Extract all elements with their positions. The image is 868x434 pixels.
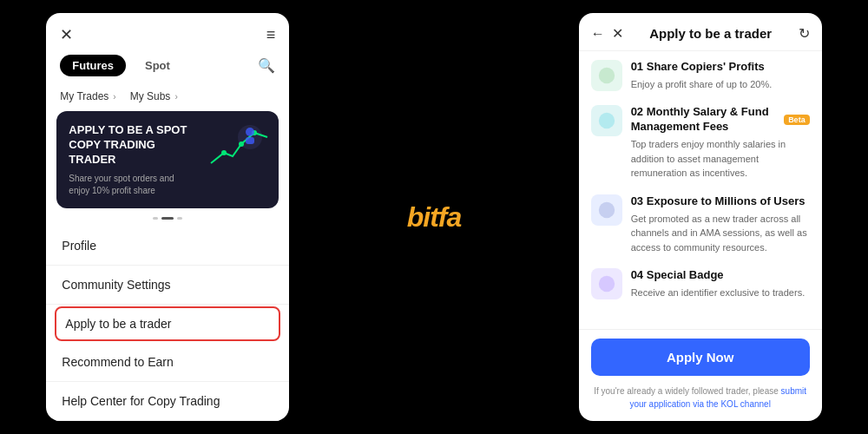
feature-header-1: 01 Share Copiers' Profits <box>631 60 773 75</box>
feature-header-2: 02 Monthly Salary & Fund Management Fees… <box>631 105 810 135</box>
feature-content-1: 01 Share Copiers' Profits Enjoy a profit… <box>631 60 773 91</box>
main-wrapper: ✕ ≡ Futures Spot 🔍 My Trades › My Subs ›… <box>0 0 868 434</box>
tabs-row: Futures Spot 🔍 <box>46 51 289 85</box>
bottom-note: If you're already a widely followed trad… <box>591 385 810 411</box>
feature-icon-4: 🛡 <box>591 268 622 299</box>
right-panel: ← ✕ Apply to be a trader ↻ 💰 01 <box>579 13 822 421</box>
feature-header-3: 03 Exposure to Millions of Users <box>631 194 810 209</box>
close-icon-right[interactable]: ✕ <box>612 25 623 42</box>
svg-point-8 <box>598 113 614 128</box>
svg-point-10 <box>598 202 614 218</box>
menu-item-recommend[interactable]: Recommend to Earn <box>46 343 289 382</box>
feature-desc-2: Top traders enjoy monthly salaries in ad… <box>631 137 810 181</box>
my-subs-item[interactable]: My Subs › <box>130 90 178 102</box>
banner-title: APPLY TO BE A SPOT COPY TRADING TRADER <box>69 123 190 168</box>
right-panel-title: Apply to be a trader <box>630 26 792 41</box>
my-trades-label: My Trades <box>60 90 108 102</box>
left-panel: ✕ ≡ Futures Spot 🔍 My Trades › My Subs ›… <box>46 13 289 421</box>
svg-point-2 <box>239 141 244 147</box>
feature-header-4: 04 Special Badge <box>631 268 806 283</box>
right-bottom: Apply Now If you're already a widely fol… <box>579 329 822 421</box>
close-icon[interactable]: ✕ <box>60 25 73 44</box>
bottom-note-prefix: If you're already a widely followed trad… <box>594 386 780 396</box>
feature-title-2: 02 Monthly Salary & Fund Management Fees <box>631 105 779 135</box>
feature-desc-4: Receive an identifier exclusive to trade… <box>631 286 806 300</box>
feature-icon-2: 💵 <box>591 105 622 136</box>
features-list: 💰 01 Share Copiers' Profits Enjoy a prof… <box>579 51 822 329</box>
feature-item-3: 👥 03 Exposure to Millions of Users Get p… <box>591 194 810 254</box>
spot-tab[interactable]: Spot <box>133 55 182 76</box>
dot-2 <box>161 217 174 220</box>
feature-content-4: 04 Special Badge Receive an identifier e… <box>631 268 806 299</box>
feature-item-2: 💵 02 Monthly Salary & Fund Management Fe… <box>591 105 810 180</box>
my-subs-label: My Subs <box>130 90 171 102</box>
feature-icon-1: 💰 <box>591 60 622 91</box>
feature-title-4: 04 Special Badge <box>631 268 724 283</box>
banner-dots <box>46 217 289 220</box>
hamburger-icon[interactable]: ≡ <box>266 26 276 44</box>
feature-title-3: 03 Exposure to Millions of Users <box>631 194 806 209</box>
menu-list: Profile Community Settings Apply to be a… <box>46 227 289 421</box>
svg-point-1 <box>221 150 227 155</box>
menu-item-community[interactable]: Community Settings <box>46 266 289 305</box>
svg-point-6 <box>598 68 614 83</box>
center-logo: bitfa <box>382 201 486 233</box>
chevron-right-icon-2: › <box>174 92 177 102</box>
refresh-icon[interactable]: ↻ <box>799 25 810 42</box>
feature-desc-3: Get promoted as a new trader across all … <box>631 212 810 255</box>
search-icon[interactable]: 🔍 <box>258 57 275 74</box>
my-trades-item[interactable]: My Trades › <box>60 90 115 102</box>
feature-desc-1: Enjoy a profit share of up to 20%. <box>631 77 773 92</box>
dot-3 <box>177 217 182 220</box>
banner-subtitle: Share your spot orders and enjoy 10% pro… <box>69 173 181 197</box>
banner-graphic <box>202 120 272 172</box>
feature-icon-3: 👥 <box>591 194 622 226</box>
feature-content-2: 02 Monthly Salary & Fund Management Fees… <box>631 105 810 180</box>
futures-tab[interactable]: Futures <box>60 55 126 76</box>
dot-1 <box>153 217 158 220</box>
menu-item-profile[interactable]: Profile <box>46 227 289 266</box>
logo-text: bitfa <box>407 201 462 233</box>
svg-point-12 <box>598 276 614 292</box>
beta-badge: Beta <box>784 115 810 125</box>
feature-item-1: 💰 01 Share Copiers' Profits Enjoy a prof… <box>591 60 810 91</box>
apply-now-button[interactable]: Apply Now <box>591 339 810 376</box>
feature-title-1: 01 Share Copiers' Profits <box>631 60 765 75</box>
chevron-right-icon: › <box>113 92 115 102</box>
menu-item-apply-trader[interactable]: Apply to be a trader <box>55 306 280 341</box>
left-top-bar: ✕ ≡ <box>46 13 289 51</box>
right-top-bar: ← ✕ Apply to be a trader ↻ <box>579 13 822 51</box>
feature-content-3: 03 Exposure to Millions of Users Get pro… <box>631 194 810 254</box>
back-icon[interactable]: ← <box>591 26 605 42</box>
svg-point-4 <box>246 128 254 136</box>
feature-item-4: 🛡 04 Special Badge Receive an identifier… <box>591 268 810 299</box>
menu-item-help[interactable]: Help Center for Copy Trading <box>46 382 289 421</box>
svg-rect-5 <box>246 137 254 144</box>
my-trades-row: My Trades › My Subs › <box>46 85 289 111</box>
banner-card[interactable]: APPLY TO BE A SPOT COPY TRADING TRADER S… <box>56 111 279 208</box>
